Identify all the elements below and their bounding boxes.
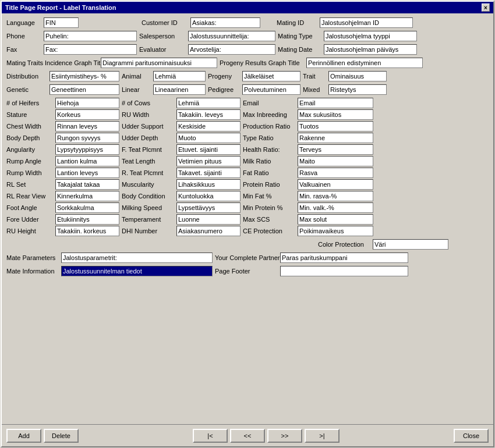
page-footer-field[interactable] <box>280 266 408 276</box>
salesperson-field[interactable] <box>188 31 275 41</box>
row-mate-info: Mate Information Page Footer <box>6 265 489 277</box>
language-field[interactable] <box>44 17 79 28</box>
col1-field-11[interactable] <box>55 226 119 236</box>
mate-info-field[interactable] <box>61 266 213 276</box>
fax-field[interactable] <box>44 44 137 55</box>
mating-date-field[interactable] <box>324 44 417 55</box>
pedigree-label: Pedigree <box>208 86 240 93</box>
col1-field-8[interactable] <box>55 191 119 201</box>
your-complete-partner-field[interactable] <box>280 253 408 263</box>
col3-label-2: Production Ratio <box>243 123 295 130</box>
col3-field-1[interactable] <box>298 109 373 120</box>
col1-field-1[interactable] <box>55 109 119 120</box>
col3-field-7[interactable] <box>298 179 373 190</box>
mating-id-field[interactable] <box>320 17 413 28</box>
pagination-buttons: |< << >> >| <box>193 429 340 443</box>
data-row-3: Body Depth Udder Depth Type Ratio <box>6 132 489 144</box>
mating-id-label: Mating ID <box>277 19 317 26</box>
window-close-button[interactable]: × <box>482 3 490 12</box>
row-genetic: Genetic Linear Pedigree Mixed <box>6 84 489 95</box>
content-area: Language Customer ID Mating ID Phone Sal… <box>2 13 493 424</box>
col1-field-5[interactable] <box>55 156 119 166</box>
customer-id-field[interactable] <box>190 17 260 28</box>
col2-field-4[interactable] <box>176 144 241 155</box>
distribution-field[interactable] <box>50 71 119 81</box>
genetic-field[interactable] <box>50 84 119 95</box>
data-row-2: Chest Width Udder Support Production Rat… <box>6 120 489 132</box>
animal-field[interactable] <box>153 71 206 81</box>
col1-field-6[interactable] <box>55 168 119 178</box>
col2-field-11[interactable] <box>176 226 241 236</box>
col3-field-11[interactable] <box>298 226 373 236</box>
col2-field-5[interactable] <box>176 156 241 166</box>
close-button[interactable]: Close <box>454 429 489 443</box>
linear-field[interactable] <box>153 84 206 95</box>
col2-field-10[interactable] <box>176 214 241 225</box>
col1-field-9[interactable] <box>55 202 119 213</box>
phone-label: Phone <box>6 33 41 40</box>
col2-field-2[interactable] <box>176 121 241 131</box>
animal-label: Animal <box>122 73 151 80</box>
col3-field-10[interactable] <box>298 214 373 225</box>
col1-field-10[interactable] <box>55 214 119 225</box>
data-row-8: RL Rear View Body Condition Min Fat % <box>6 190 489 202</box>
col2-label-11: DHI Number <box>122 227 174 234</box>
col3-field-0[interactable] <box>298 98 373 108</box>
col2-field-7[interactable] <box>176 179 241 190</box>
mating-date-label: Mating Date <box>278 46 321 53</box>
col3-field-4[interactable] <box>298 144 373 155</box>
col3-label-6: Fat Ratio <box>243 169 295 176</box>
first-button[interactable]: |< <box>193 429 228 443</box>
col1-field-7[interactable] <box>55 179 119 190</box>
col2-field-1[interactable] <box>176 109 241 120</box>
color-protection-field[interactable] <box>373 239 448 250</box>
col3-field-9[interactable] <box>298 202 373 213</box>
col2-field-6[interactable] <box>176 168 241 178</box>
progeny-graph-field[interactable] <box>306 58 423 68</box>
delete-button[interactable]: Delete <box>44 429 79 443</box>
progeny-field[interactable] <box>242 71 300 81</box>
data-row-7: RL Set Muscularity Protein Ratio <box>6 179 489 190</box>
col3-label-3: Type Ratio <box>243 134 295 141</box>
mating-type-field[interactable] <box>324 31 417 41</box>
col1-field-0[interactable] <box>55 98 119 108</box>
col2-label-6: R. Teat Plcmnt <box>122 169 174 176</box>
col2-field-0[interactable] <box>176 98 241 108</box>
trait-field[interactable] <box>328 71 387 81</box>
page-footer-label: Page Footer <box>215 268 278 275</box>
mixed-field[interactable] <box>328 84 387 95</box>
col1-label-2: Chest Width <box>6 123 53 130</box>
salesperson-label: Salesperson <box>139 33 186 40</box>
evaluator-field[interactable] <box>188 44 275 55</box>
col2-field-8[interactable] <box>176 191 241 201</box>
data-rows-section: # of Heifers # of Cows Email Stature RU … <box>6 97 489 237</box>
col2-label-4: F. Teat Plcmnt <box>122 146 174 153</box>
row-distribution: Distribution Animal Progeny Trait <box>6 70 489 82</box>
row-language: Language Customer ID Mating ID <box>6 17 489 29</box>
next-button[interactable]: >> <box>267 429 302 443</box>
col3-field-2[interactable] <box>298 121 373 131</box>
mating-traits-field[interactable] <box>101 58 217 68</box>
mating-traits-label: Mating Traits Incidence Graph Title <box>6 59 98 66</box>
col3-field-6[interactable] <box>298 168 373 178</box>
col1-field-4[interactable] <box>55 144 119 155</box>
col3-label-11: CE Protection <box>243 227 295 234</box>
col3-field-5[interactable] <box>298 156 373 166</box>
col2-field-3[interactable] <box>176 133 241 143</box>
color-protection-label: Color Protection <box>318 241 370 248</box>
prev-button[interactable]: << <box>230 429 265 443</box>
col1-label-1: Stature <box>6 111 53 118</box>
col3-field-8[interactable] <box>298 191 373 201</box>
col3-field-3[interactable] <box>298 133 373 143</box>
col3-label-8: Min Fat % <box>243 193 295 200</box>
add-button[interactable]: Add <box>6 429 41 443</box>
distribution-label: Distribution <box>6 73 47 80</box>
col2-field-9[interactable] <box>176 202 241 213</box>
mate-params-field[interactable] <box>61 253 213 263</box>
phone-field[interactable] <box>44 31 137 41</box>
col1-field-3[interactable] <box>55 133 119 143</box>
data-row-10: Fore Udder Temperament Max SCS <box>6 214 489 225</box>
col1-field-2[interactable] <box>55 121 119 131</box>
pedigree-field[interactable] <box>242 84 300 95</box>
last-button[interactable]: >| <box>305 429 340 443</box>
